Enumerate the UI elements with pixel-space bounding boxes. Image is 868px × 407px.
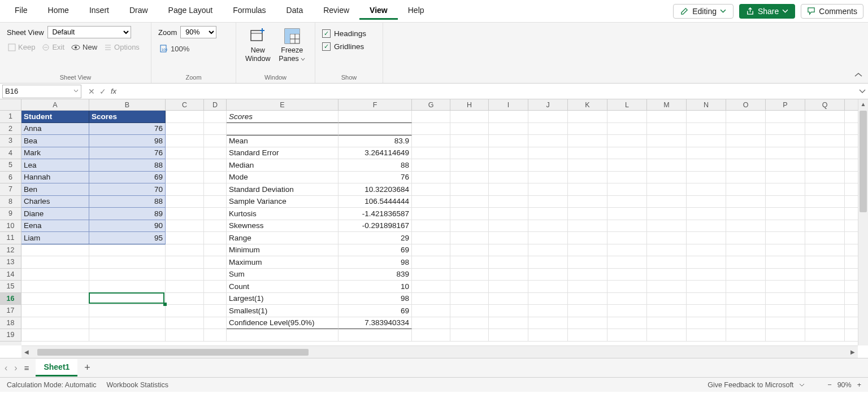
zoom-level[interactable]: 90% [837,381,852,389]
cell[interactable] [647,123,687,135]
cell[interactable] [166,111,204,123]
cell[interactable] [568,208,607,220]
cancel-icon[interactable]: ✕ [88,87,95,96]
col-header-D[interactable]: D [204,99,227,111]
cell[interactable] [450,281,489,293]
cell[interactable] [528,183,568,196]
cell[interactable] [412,256,450,269]
cell[interactable] [607,123,647,135]
cell[interactable] [528,123,568,135]
cell[interactable] [647,232,687,244]
cell[interactable] [568,269,607,281]
cell[interactable] [204,183,227,196]
cell[interactable] [450,305,489,317]
cell[interactable]: Hannah [21,172,89,184]
column-headers[interactable]: ABCDEFGHIJKLMNOPQR [21,99,858,111]
cell[interactable] [21,305,89,317]
cell[interactable] [21,317,89,330]
col-header-J[interactable]: J [528,99,568,111]
cell[interactable] [204,293,227,305]
menu-review[interactable]: Review [313,2,359,20]
fx-label[interactable]: fx [111,87,116,95]
cell[interactable]: 69 [89,172,166,184]
cell[interactable] [647,305,687,317]
cell[interactable] [726,208,766,220]
cell[interactable] [528,256,568,269]
row-header-8[interactable]: 8 [0,196,21,208]
cell[interactable] [726,281,766,293]
cell[interactable] [450,196,489,208]
cell[interactable] [204,269,227,281]
cell[interactable]: 839 [338,269,412,281]
vertical-scrollbar[interactable]: ▲ [858,99,868,345]
cell[interactable] [21,269,89,281]
cell[interactable] [607,293,647,305]
cell[interactable] [450,135,489,147]
cell[interactable] [607,317,647,330]
cell[interactable]: 76 [338,172,412,184]
zoom-out[interactable]: − [827,381,831,389]
cell[interactable] [412,196,450,208]
cell[interactable] [412,147,450,160]
cell[interactable] [21,329,89,342]
cell[interactable] [412,329,450,342]
row-header-7[interactable]: 7 [0,183,21,196]
select-all-corner[interactable] [0,99,21,111]
enter-icon[interactable]: ✓ [99,87,106,96]
cell[interactable] [204,208,227,220]
cell[interactable] [166,208,204,220]
cell[interactable] [647,135,687,147]
cell[interactable] [412,123,450,135]
cell[interactable]: 98 [338,293,412,305]
fill-handle[interactable] [163,303,167,306]
cell[interactable] [726,172,766,184]
cell[interactable] [647,244,687,257]
cell[interactable] [766,269,805,281]
cell[interactable] [805,172,845,184]
row-header-19[interactable]: 19 [0,329,21,342]
cell[interactable] [528,281,568,293]
cell[interactable] [726,317,766,330]
cell[interactable] [489,281,528,293]
cell[interactable] [687,293,726,305]
cell[interactable] [166,269,204,281]
cell[interactable] [568,183,607,196]
cell[interactable] [489,172,528,184]
cell[interactable] [412,172,450,184]
cell[interactable]: Lea [21,159,89,172]
cell[interactable] [805,135,845,147]
cell[interactable] [805,123,845,135]
cell[interactable] [89,256,166,269]
cell[interactable] [412,220,450,233]
col-header-G[interactable]: G [412,99,450,111]
cell[interactable] [450,172,489,184]
cell[interactable] [687,111,726,123]
col-header-E[interactable]: E [227,99,338,111]
cell[interactable] [568,135,607,147]
cell[interactable] [450,147,489,160]
cell[interactable] [766,220,805,233]
zoom-in[interactable]: + [857,381,861,389]
cell[interactable]: Eena [21,220,89,233]
cell[interactable] [687,172,726,184]
cell[interactable] [647,147,687,160]
cell[interactable] [805,329,845,342]
cell[interactable] [450,220,489,233]
row-header-14[interactable]: 14 [0,269,21,281]
cell[interactable] [412,135,450,147]
row-header-18[interactable]: 18 [0,317,21,330]
cell[interactable] [89,244,166,257]
cell[interactable]: Kurtosis [227,208,338,220]
cell[interactable]: Ben [21,183,89,196]
col-header-Q[interactable]: Q [805,99,845,111]
cell[interactable] [607,159,647,172]
freeze-panes-button[interactable]: Freeze Panes [276,26,308,64]
horizontal-scrollbar[interactable]: ◀ ▶ [21,345,858,358]
col-header-B[interactable]: B [89,99,166,111]
cell[interactable]: Mark [21,147,89,160]
cell[interactable] [805,111,845,123]
zoom-100[interactable]: 100100% [158,43,190,54]
cell[interactable] [568,159,607,172]
cell[interactable] [489,111,528,123]
cell[interactable] [687,232,726,244]
